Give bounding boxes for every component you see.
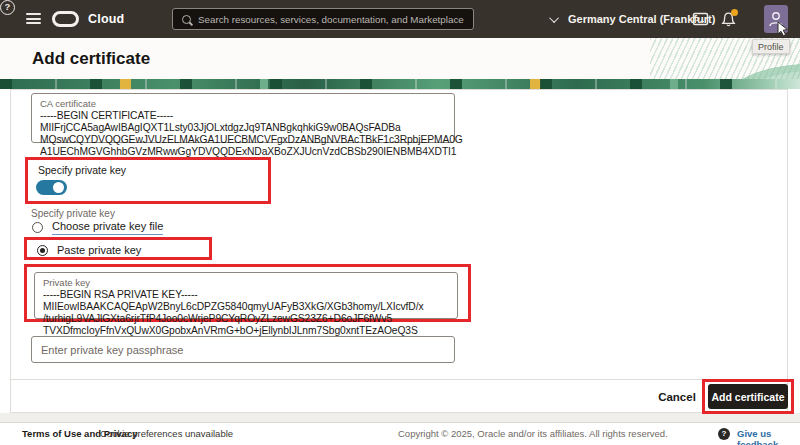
ca-certificate-textarea[interactable]: CA certificate -----BEGIN CERTIFICATE---… [31, 93, 455, 143]
footer-divider [11, 379, 789, 380]
chevron-down-icon [549, 13, 559, 23]
cookie-preferences-text: Cookie preferences unavailable [100, 428, 233, 439]
notifications-bell-icon[interactable] [720, 11, 737, 28]
oracle-logo-icon[interactable] [52, 11, 79, 27]
certificate-form-card: CA certificate -----BEGIN CERTIFICATE---… [10, 89, 788, 413]
hamburger-menu-icon[interactable] [26, 13, 41, 24]
give-feedback-link[interactable]: Give us feedback [737, 428, 800, 445]
notification-badge [731, 9, 738, 16]
global-search[interactable] [172, 8, 474, 30]
cancel-button[interactable]: Cancel [651, 386, 703, 408]
ca-certificate-value: -----BEGIN CERTIFICATE----- MIIFrjCCA5ag… [40, 110, 446, 158]
radio-paste-private-key[interactable]: Paste private key [37, 244, 141, 256]
page-title: Add certificate [32, 49, 150, 69]
page-background-band [0, 413, 800, 422]
annotation-box-submit [702, 379, 794, 414]
annotation-box-paste-radio: Paste private key [24, 237, 212, 260]
profile-tooltip: Profile [752, 39, 790, 54]
add-certificate-page: Cloud Germany Central (Frankfurt) ? Prof… [0, 0, 800, 445]
radio-unselected-icon [32, 222, 43, 233]
search-icon [182, 15, 191, 24]
decorative-banner-strip [0, 79, 800, 89]
private-key-label: Private key [43, 277, 449, 288]
radio-paste-label: Paste private key [57, 244, 141, 256]
page-footer: Terms of Use and Privacy Cookie preferen… [0, 422, 800, 445]
radio-choose-private-key-file[interactable]: Choose private key file [32, 220, 163, 235]
cloud-shell-icon[interactable] [692, 11, 709, 28]
help-glyph: ? [5, 1, 11, 12]
help-icon[interactable]: ? [0, 0, 15, 15]
radio-choose-file-label: Choose private key file [52, 220, 163, 235]
search-input[interactable] [198, 14, 473, 25]
mouse-cursor-icon [777, 21, 790, 41]
ca-certificate-label: CA certificate [40, 98, 446, 109]
radio-group-label: Specify private key [31, 208, 115, 219]
passphrase-field-wrap [31, 336, 455, 363]
passphrase-input[interactable] [31, 336, 455, 363]
radio-selected-icon [37, 245, 48, 256]
toggle-knob [53, 182, 64, 193]
feedback-help-icon[interactable]: ? [718, 428, 730, 440]
annotation-box-private-key: Private key -----BEGIN RSA PRIVATE KEY--… [24, 264, 471, 322]
top-navigation-bar: Cloud Germany Central (Frankfurt) ? [0, 0, 800, 38]
specify-private-key-toggle-label: Specify private key [38, 164, 126, 176]
private-key-value: -----BEGIN RSA PRIVATE KEY----- MIIEowIB… [43, 289, 449, 337]
private-key-textarea[interactable]: Private key -----BEGIN RSA PRIVATE KEY--… [34, 272, 458, 319]
specify-private-key-toggle[interactable] [36, 180, 67, 195]
copyright-text: Copyright © 2025, Oracle and/or its affi… [398, 428, 668, 439]
region-selector[interactable]: Germany Central (Frankfurt) [552, 0, 715, 38]
brand-label: Cloud [88, 0, 124, 38]
annotation-box-toggle: Specify private key [25, 157, 271, 204]
